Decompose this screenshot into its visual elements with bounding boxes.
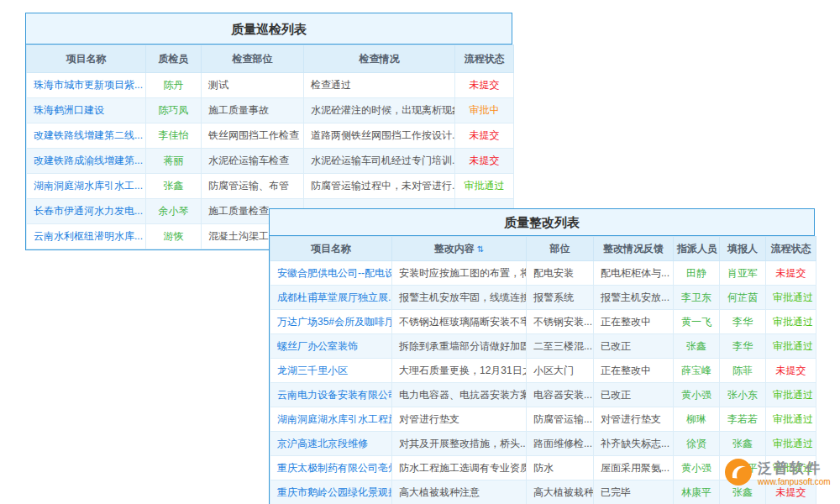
cell-text: 配电安装	[527, 261, 594, 286]
cell-text: 防腐管运输过程中，未对管进行...	[304, 174, 455, 199]
cell-text: 已改正	[594, 383, 674, 407]
rectification-header-row: 项目名称整改内容⇅部位整改情况反馈指派人员填报人流程状态	[270, 237, 816, 261]
cell-text: 电力电容器、电抗器安装方案...	[392, 383, 527, 407]
project-link[interactable]: 珠海市城市更新项目紫...	[27, 73, 146, 98]
person-name: 黄小强	[674, 383, 720, 407]
project-link[interactable]: 螺丝厂办公室装饰	[270, 334, 392, 359]
person-name: 李卫东	[674, 286, 720, 310]
project-link[interactable]: 改建铁路成渝线增建第...	[27, 149, 146, 174]
column-header[interactable]: 指派人员	[674, 237, 720, 261]
person-name: 张小东	[720, 383, 766, 407]
inspection-header-row: 项目名称质检员检查部位检查情况流程状态	[27, 45, 514, 73]
status-badge: 审批通过	[766, 432, 816, 456]
project-link[interactable]: 安徽合肥供电公司--配电设备...	[270, 261, 392, 286]
rectification-table-title: 质量整改列表	[270, 209, 814, 236]
person-name: 李若若	[720, 407, 766, 432]
column-header[interactable]: 流程状态	[455, 45, 514, 73]
person-name: 李华	[720, 334, 766, 359]
watermark-url: www.fanpusoft.com	[758, 477, 831, 487]
column-header[interactable]: 部位	[527, 237, 594, 261]
status-badge: 未提交	[455, 149, 514, 174]
person-name: 何芷茵	[720, 286, 766, 310]
cell-text: 正在整改中	[594, 310, 674, 334]
project-link[interactable]: 成都杜甫草堂展厅独立展...	[270, 286, 392, 310]
column-header[interactable]: 项目名称	[27, 45, 146, 73]
person-name: 张鑫	[674, 334, 720, 359]
project-link[interactable]: 湖南洞庭湖水库引水工程施工...	[270, 407, 392, 432]
person-name: 张鑫	[146, 174, 202, 199]
person-name: 徐贤	[674, 432, 720, 456]
person-name: 陈丹	[146, 73, 202, 98]
cell-text: 报警系统	[527, 286, 594, 310]
person-name: 黄小强	[674, 456, 720, 480]
cell-text: 检查通过	[304, 73, 455, 98]
person-name: 柳琳	[674, 407, 720, 432]
cell-text: 正在整改中	[594, 359, 674, 383]
project-link[interactable]: 湖南洞庭湖水库引水工...	[27, 174, 146, 199]
column-header[interactable]: 质检员	[146, 45, 202, 73]
cell-text: 补齐缺失标志...	[594, 432, 674, 456]
cell-text: 大理石质量更换，12月31日之...	[392, 359, 527, 383]
person-name: 蒋丽	[146, 149, 202, 174]
table-row: 成都杜甫草堂展厅独立展...报警主机安放牢固，线缆连接...报警系统报警主机安放…	[270, 286, 816, 310]
status-badge: 未提交	[455, 123, 514, 149]
project-link[interactable]: 长春市伊通河水力发电...	[27, 199, 146, 224]
cell-text: 水泥砼灌注的时候，出现离析现象	[304, 98, 455, 123]
table-row: 京沪高速北京段维修对其及开展整改措施，桥头...路面维修检...补齐缺失标志..…	[270, 432, 816, 456]
cell-text: 报警主机安放...	[594, 286, 674, 310]
status-badge: 审批通过	[455, 174, 514, 199]
cell-text: 道路两侧铁丝网围挡工作按设计...	[304, 123, 455, 149]
fanpu-logo-icon	[724, 458, 753, 490]
project-link[interactable]: 龙湖三千里小区	[270, 359, 392, 383]
cell-text: 电容器安装...	[527, 383, 594, 407]
table-row: 万达广场35#会所及咖啡厅空...不锈钢边框玻璃隔断安装不牢...不锈钢安装..…	[270, 310, 816, 334]
table-row: 珠海市城市更新项目紫...陈丹测试检查通过未提交	[27, 73, 514, 98]
status-badge: 未提交	[455, 73, 514, 98]
sort-icon[interactable]: ⇅	[477, 244, 484, 254]
project-link[interactable]: 重庆市鹅岭公园绿化景观提升...	[270, 480, 392, 504]
cell-text: 防腐管运输、布管	[202, 174, 304, 199]
cell-text: 对管进行垫支	[594, 407, 674, 432]
column-header[interactable]: 填报人	[720, 237, 766, 261]
cell-text: 不锈钢安装...	[527, 310, 594, 334]
project-link[interactable]: 万达广场35#会所及咖啡厅空...	[270, 310, 392, 334]
cell-text: 拆除到承重墙部分请做好加固...	[392, 334, 527, 359]
column-header[interactable]: 流程状态	[766, 237, 816, 261]
column-header[interactable]: 项目名称	[270, 237, 392, 261]
cell-text: 高大植被栽种	[527, 480, 594, 504]
project-link[interactable]: 京沪高速北京段维修	[270, 432, 392, 456]
cell-text: 对管进行垫支	[392, 407, 527, 432]
cell-text: 施工质量事故	[202, 98, 304, 123]
status-badge: 未提交	[766, 261, 816, 286]
status-badge: 审批通过	[766, 383, 816, 407]
cell-text: 铁丝网围挡工作检查	[202, 123, 304, 149]
status-badge: 审批通过	[766, 310, 816, 334]
project-link[interactable]: 云南电力设备安装有限公司20...	[270, 383, 392, 407]
project-link[interactable]: 云南水利枢纽潜明水库...	[27, 224, 146, 249]
column-header[interactable]: 整改内容⇅	[392, 237, 527, 261]
project-link[interactable]: 重庆太极制药有限公司亳州中...	[270, 456, 392, 480]
cell-text: 水泥砼运输车检查	[202, 149, 304, 174]
cell-text: 已完毕	[594, 480, 674, 504]
status-badge: 未提交	[766, 359, 816, 383]
cell-text: 高大植被栽种注意	[392, 480, 527, 504]
person-name: 黄一飞	[674, 310, 720, 334]
project-link[interactable]: 珠海鹤洲口建设	[27, 98, 146, 123]
person-name: 李华	[720, 310, 766, 334]
status-badge: 审批通过	[766, 407, 816, 432]
table-row: 改建铁路线增建第二线...李佳怡铁丝网围挡工作检查道路两侧铁丝网围挡工作按设计.…	[27, 123, 514, 149]
cell-text: 报警主机安放牢固，线缆连接...	[392, 286, 527, 310]
column-header[interactable]: 检查情况	[304, 45, 455, 73]
person-name: 薛宝峰	[674, 359, 720, 383]
status-badge: 审批中	[455, 98, 514, 123]
table-row: 改建铁路成渝线增建第...蒋丽水泥砼运输车检查水泥砼运输车司机经过专门培训...…	[27, 149, 514, 174]
column-header[interactable]: 整改情况反馈	[594, 237, 674, 261]
cell-text: 水泥砼运输车司机经过专门培训...	[304, 149, 455, 174]
watermark-brand: 泛普软件	[758, 460, 831, 477]
person-name: 陈菲	[720, 359, 766, 383]
cell-text: 防水	[527, 456, 594, 480]
project-link[interactable]: 改建铁路线增建第二线...	[27, 123, 146, 149]
status-badge: 审批通过	[766, 286, 816, 310]
column-header[interactable]: 检查部位	[202, 45, 304, 73]
watermark: 泛普软件 www.fanpusoft.com	[724, 458, 831, 490]
